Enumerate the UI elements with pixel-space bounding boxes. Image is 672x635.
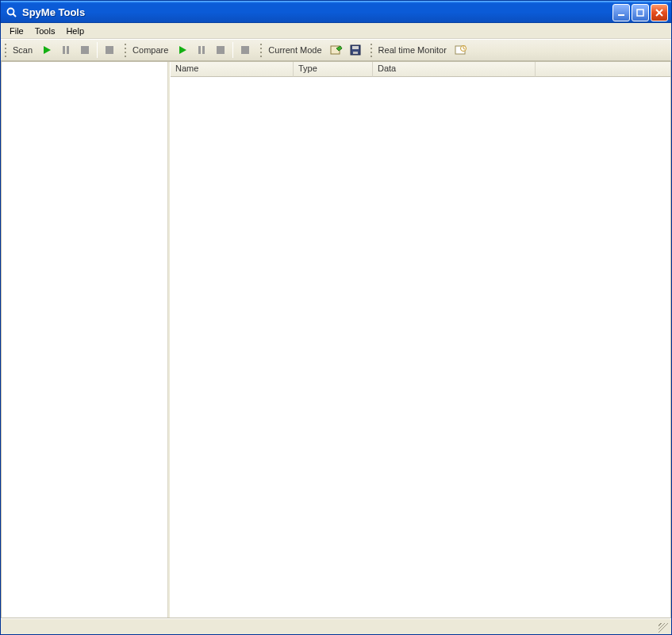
column-header-type[interactable]: Type: [294, 62, 373, 77]
disk-mode-icon: [349, 44, 362, 56]
svg-rect-13: [202, 46, 205, 54]
svg-rect-3: [637, 10, 643, 16]
svg-rect-8: [67, 46, 69, 54]
stop-icon: [80, 45, 90, 55]
menubar: File Tools Help: [1, 23, 671, 39]
menu-help[interactable]: Help: [60, 25, 90, 37]
scan-stop-button[interactable]: [76, 41, 94, 59]
monitor-icon: [455, 44, 467, 56]
svg-rect-18: [352, 46, 359, 49]
svg-rect-2: [618, 14, 624, 16]
content-area: Name Type Data: [1, 61, 671, 618]
svg-rect-7: [63, 46, 65, 54]
column-header-name[interactable]: Name: [171, 62, 294, 77]
play-icon: [42, 45, 52, 55]
column-header-spacer: [536, 62, 670, 77]
svg-line-1: [13, 13, 17, 17]
realtime-monitor-label: Real time Monitor: [377, 45, 451, 55]
toolbar-grip[interactable]: [124, 42, 129, 58]
compare-play-button[interactable]: [174, 41, 191, 59]
svg-rect-14: [217, 46, 225, 54]
window-controls: [612, 4, 668, 21]
toolbar-grip[interactable]: [4, 42, 9, 58]
magnifier-icon: [6, 6, 18, 19]
compare-pause-button[interactable]: [193, 41, 210, 59]
pause-icon: [61, 45, 71, 55]
stop-icon: [105, 45, 114, 55]
current-mode-label: Current Mode: [267, 45, 326, 55]
maximize-button[interactable]: [632, 4, 649, 21]
minimize-icon: [617, 9, 625, 17]
registry-mode-button[interactable]: [328, 41, 345, 59]
toolbar-grip[interactable]: [259, 42, 264, 58]
column-headers: Name Type Data: [171, 62, 670, 77]
statusbar: [1, 618, 671, 634]
toolbar-grip[interactable]: [370, 42, 374, 58]
svg-rect-12: [198, 46, 201, 54]
registry-mode-icon: [330, 44, 343, 56]
play-icon: [178, 45, 187, 55]
stop-icon: [240, 45, 250, 55]
maximize-icon: [636, 9, 644, 17]
pause-icon: [197, 45, 206, 55]
svg-rect-15: [241, 46, 249, 54]
stop-icon: [216, 45, 225, 55]
svg-rect-10: [106, 46, 113, 54]
column-header-data[interactable]: Data: [373, 62, 536, 77]
menu-file[interactable]: File: [4, 25, 29, 37]
svg-rect-9: [81, 46, 89, 54]
scan-stop2-button[interactable]: [101, 41, 118, 59]
close-button[interactable]: [651, 4, 668, 21]
titlebar[interactable]: SpyMe Tools: [1, 1, 671, 23]
realtime-monitor-button[interactable]: [452, 41, 470, 59]
resize-grip[interactable]: [659, 623, 670, 634]
svg-point-0: [8, 8, 14, 14]
svg-marker-6: [44, 46, 51, 54]
menu-tools[interactable]: Tools: [29, 25, 61, 37]
list-body[interactable]: [171, 77, 670, 618]
compare-stop2-button[interactable]: [236, 41, 254, 59]
scan-pause-button[interactable]: [57, 41, 75, 59]
compare-stop-button[interactable]: [212, 41, 229, 59]
compare-label: Compare: [131, 45, 173, 55]
list-pane: Name Type Data: [171, 62, 670, 618]
toolbar-separator: [232, 42, 233, 58]
tree-pane[interactable]: [2, 62, 168, 618]
window-title: SpyMe Tools: [22, 6, 612, 18]
svg-marker-11: [179, 46, 186, 54]
svg-rect-19: [353, 52, 358, 54]
toolbar-separator: [97, 42, 98, 58]
minimize-button[interactable]: [612, 4, 630, 21]
scan-play-button[interactable]: [38, 41, 56, 59]
scan-label: Scan: [11, 45, 37, 55]
disk-mode-button[interactable]: [347, 41, 364, 59]
toolbar: Scan Compare Current Mode: [1, 39, 671, 61]
app-window: SpyMe Tools File Tools Help Scan: [0, 0, 672, 635]
close-icon: [655, 9, 663, 17]
